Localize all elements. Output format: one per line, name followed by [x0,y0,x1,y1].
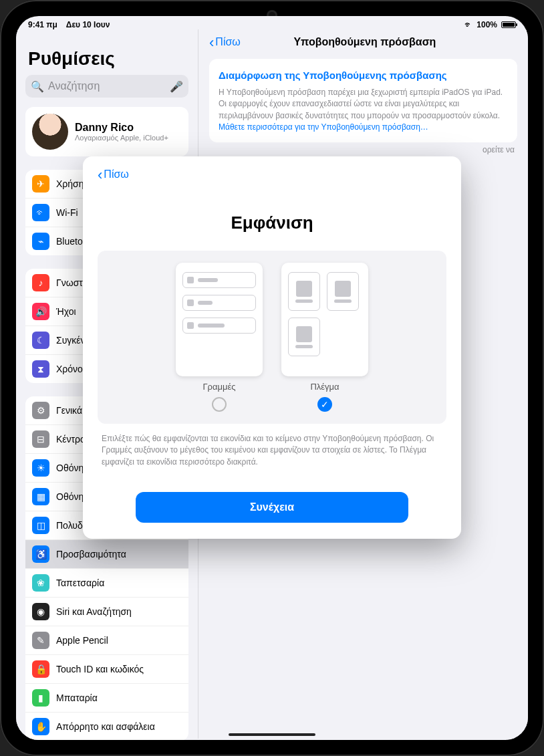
home-indicator[interactable] [229,733,315,736]
sidebar-item[interactable]: ▮Μπαταρία [25,684,188,713]
sidebar-item-label: Γενικά [56,405,82,416]
sidebar-item-icon: ☀ [32,459,49,477]
sidebar-item-label: Wi-Fi [56,207,78,218]
status-bar: 9:41 πμ Δευ 10 Ιουν ᯤ 100% [16,16,528,29]
battery-icon [501,21,516,28]
sidebar-item-icon: ☾ [32,332,49,349]
wifi-icon: ᯤ [464,20,472,29]
sidebar-item-icon: 🔊 [32,303,49,320]
sidebar-item-label: Προσβασιμότητα [56,549,126,559]
sidebar-item[interactable]: ◉Siri και Αναζήτηση [25,598,188,626]
sidebar-item-icon: ♿ [32,545,49,563]
modal-heading: Εμφάνιση [98,213,446,233]
status-date: Δευ 10 Ιουν [66,20,110,29]
account-name: Danny Rico [75,122,168,134]
appearance-modal: Πίσω Εμφάνιση Γραμμές [83,156,461,539]
infobox-title: Διαμόρφωση της Υποβοηθούμενης πρόσβασης [219,68,508,83]
sidebar-item-icon: ♪ [32,274,49,291]
modal-help-text: Επιλέξτε πώς θα εμφανίζονται τα εικονίδι… [102,433,442,468]
sidebar-item-icon: ✎ [32,632,49,649]
dictate-icon[interactable]: 🎤 [170,80,183,93]
sidebar-item-icon: ⚙ [32,402,49,419]
sidebar-item-label: Apple Pencil [56,635,108,646]
preview-grid-icon [281,263,368,376]
sidebar-item-icon: ᯤ [32,204,49,221]
sidebar-item-icon: ◉ [32,603,49,620]
continue-button[interactable]: Συνέχεια [136,492,408,523]
preview-rows-icon [176,263,263,376]
sidebar-item-label: Touch ID και κωδικός [56,664,144,674]
search-icon: 🔍 [31,80,44,93]
sidebar-item[interactable]: ✋Απόρρητο και ασφάλεια [25,713,188,740]
sidebar-item-icon: ⊟ [32,430,49,448]
modal-back-button[interactable]: Πίσω [98,168,446,180]
choice-grid[interactable]: Πλέγμα ✓ [281,263,368,412]
sidebar-item[interactable]: ♿Προσβασιμότητα [25,540,188,569]
detail-title: Υποβοηθούμενη πρόσβαση [213,36,517,48]
sidebar-item-label: Siri και Αναζήτηση [56,606,132,617]
radio-rows[interactable] [212,397,227,412]
sidebar-item-label: Ήχοι [56,306,76,317]
choice-rows[interactable]: Γραμμές [176,263,263,412]
status-time: 9:41 πμ [28,20,57,29]
sidebar-item-icon: ▮ [32,689,49,707]
cropped-text: ορείτε να [198,142,528,157]
sidebar-item-label: Μπαταρία [56,692,98,703]
search-placeholder: Αναζήτηση [48,80,170,92]
settings-title: Ρυθμίσεις [16,41,198,75]
sidebar-item[interactable]: ❀Ταπετσαρία [25,569,188,598]
sidebar-item-icon: ✋ [32,718,49,735]
layout-choice-group: Γραμμές Πλέγμα ✓ [98,251,446,424]
infobox-body: Η Υποβοηθούμενη πρόσβαση παρέχει μια ξεχ… [219,88,503,120]
sidebar-item-label: Ταπετσαρία [56,578,104,588]
account-sub: Λογαριασμός Apple, iCloud+ [75,134,168,142]
sidebar-item[interactable]: 🔒Touch ID και κωδικός [25,655,188,684]
search-field[interactable]: 🔍 Αναζήτηση 🎤 [25,75,188,98]
sidebar-item-icon: ✈ [32,175,49,193]
battery-percent: 100% [477,20,497,29]
learn-more-link[interactable]: Μάθετε περισσότερα για την Υποβοηθούμενη… [219,122,428,132]
sidebar-item[interactable]: ✎Apple Pencil [25,626,188,655]
sidebar-item-icon: 🔒 [32,660,49,678]
sidebar-item-label: Απόρρητο και ασφάλεια [56,721,155,732]
sidebar-item-icon: ◫ [32,517,49,534]
radio-grid[interactable]: ✓ [317,397,332,412]
sidebar-item-icon: ⌁ [32,233,49,250]
sidebar-item-icon: ❀ [32,574,49,592]
sidebar-item-icon: ⧗ [32,360,49,378]
choice-rows-label: Γραμμές [202,382,235,392]
avatar [32,114,68,150]
assistive-access-info: Διαμόρφωση της Υποβοηθούμενης πρόσβασης … [209,59,517,142]
apple-id-row[interactable]: Danny Rico Λογαριασμός Apple, iCloud+ [25,107,188,156]
sidebar-item-icon: ▦ [32,488,49,505]
choice-grid-label: Πλέγμα [310,382,339,392]
